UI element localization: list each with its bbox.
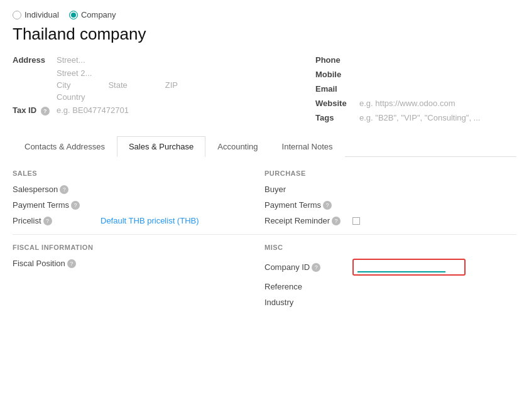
email-label: Email: [315, 84, 359, 94]
purchase-payment-terms-help-icon[interactable]: ?: [323, 201, 332, 210]
receipt-reminder-row: Receipt Reminder ?: [264, 216, 516, 225]
pricelist-label: Pricelist ?: [13, 216, 101, 225]
city-state-zip-row: City State ZIP: [13, 80, 315, 90]
payment-terms-help-icon[interactable]: ?: [71, 201, 80, 210]
industry-row: Industry: [264, 298, 516, 307]
buyer-label: Buyer: [264, 185, 352, 194]
tab-bar: Contacts & Addresses Sales & Purchase Ac…: [13, 136, 516, 157]
address-label: Address: [13, 55, 57, 65]
tags-input[interactable]: e.g. "B2B", "VIP", "Consulting", ...: [359, 113, 480, 122]
contact-form: Address Street... Street 2... City State…: [13, 55, 516, 127]
individual-option[interactable]: Individual: [13, 10, 59, 19]
company-id-input[interactable]: [357, 262, 445, 272]
pricelist-help-icon[interactable]: ?: [43, 217, 52, 225]
website-placeholder[interactable]: e.g. https://www.odoo.com: [359, 99, 455, 108]
mobile-label: Mobile: [315, 70, 359, 79]
fiscal-position-row: Fiscal Position ?: [13, 259, 264, 268]
buyer-row: Buyer: [264, 185, 516, 194]
tab-content-sales-purchase: SALES Salesperson ? Payment Terms ? Pric…: [13, 157, 516, 313]
salesperson-row: Salesperson ?: [13, 185, 264, 194]
email-row: Email: [315, 84, 516, 94]
radio-group: Individual Company: [13, 10, 516, 19]
company-id-row: Company ID ?: [264, 259, 516, 276]
reference-label: Reference: [264, 282, 352, 291]
company-radio[interactable]: [69, 11, 78, 19]
sales-column: SALES Salesperson ? Payment Terms ? Pric…: [13, 170, 264, 313]
purchase-section-header: PURCHASE: [264, 170, 516, 177]
tab-accounting[interactable]: Accounting: [205, 136, 270, 157]
country-field[interactable]: Country: [13, 92, 315, 102]
street2-field[interactable]: Street 2...: [13, 68, 315, 78]
phone-row: Phone: [315, 55, 516, 65]
purchase-payment-terms-label: Payment Terms ?: [264, 200, 352, 210]
mobile-row: Mobile: [315, 70, 516, 79]
tags-row: Tags e.g. "B2B", "VIP", "Consulting", ..…: [315, 113, 516, 122]
receipt-reminder-help-icon[interactable]: ?: [332, 217, 341, 225]
taxid-help-icon[interactable]: ?: [41, 107, 50, 116]
taxid-row: Tax ID ? e.g. BE0477472701: [13, 105, 315, 116]
street-field[interactable]: Street...: [57, 55, 85, 65]
salesperson-label: Salesperson ?: [13, 185, 101, 194]
state-field[interactable]: State: [108, 80, 127, 90]
page-title: Thailand company: [13, 24, 516, 44]
payment-terms-label: Payment Terms ?: [13, 200, 101, 210]
phone-label: Phone: [315, 55, 359, 65]
sales-section-header: SALES: [13, 170, 264, 177]
taxid-input[interactable]: e.g. BE0477472701: [57, 105, 129, 115]
sales-divider: [13, 234, 264, 235]
company-id-help-icon[interactable]: ?: [312, 263, 320, 272]
website-row: Website e.g. https://www.odoo.com: [315, 99, 516, 108]
zip-field[interactable]: ZIP: [165, 80, 178, 90]
company-id-box: [352, 259, 466, 276]
city-field[interactable]: City: [57, 80, 70, 90]
salesperson-help-icon[interactable]: ?: [60, 185, 68, 194]
receipt-reminder-label: Receipt Reminder ?: [264, 216, 352, 225]
purchase-divider: [264, 234, 516, 235]
receipt-reminder-checkbox[interactable]: [352, 217, 360, 225]
taxid-label: Tax ID ?: [13, 105, 57, 116]
tab-internal-notes[interactable]: Internal Notes: [270, 136, 345, 157]
fiscal-section-header: FISCAL INFORMATION: [13, 244, 264, 251]
misc-section-header: MISC: [264, 244, 516, 251]
individual-label: Individual: [25, 10, 59, 19]
company-option[interactable]: Company: [69, 10, 116, 19]
address-row: Address Street...: [13, 55, 315, 65]
tab-contacts[interactable]: Contacts & Addresses: [13, 136, 117, 157]
tab-sales-purchase[interactable]: Sales & Purchase: [117, 136, 205, 157]
website-label: Website: [315, 99, 359, 108]
pricelist-value[interactable]: Default THB pricelist (THB): [101, 216, 199, 225]
purchase-column: PURCHASE Buyer Payment Terms ? Receipt R…: [264, 170, 516, 313]
payment-terms-row: Payment Terms ?: [13, 200, 264, 210]
company-label: Company: [81, 10, 116, 19]
pricelist-row: Pricelist ? Default THB pricelist (THB): [13, 216, 264, 225]
fiscal-position-help-icon[interactable]: ?: [67, 259, 76, 268]
tags-label: Tags: [315, 113, 359, 122]
purchase-payment-terms-row: Payment Terms ?: [264, 200, 516, 210]
right-column: Phone Mobile Email Website e.g. https://…: [315, 55, 516, 127]
individual-radio[interactable]: [13, 11, 21, 19]
sales-purchase-columns: SALES Salesperson ? Payment Terms ? Pric…: [13, 170, 516, 313]
fiscal-position-label: Fiscal Position ?: [13, 259, 101, 268]
reference-row: Reference: [264, 282, 516, 291]
left-column: Address Street... Street 2... City State…: [13, 55, 315, 127]
company-id-label: Company ID ?: [264, 262, 352, 272]
industry-label: Industry: [264, 298, 352, 307]
